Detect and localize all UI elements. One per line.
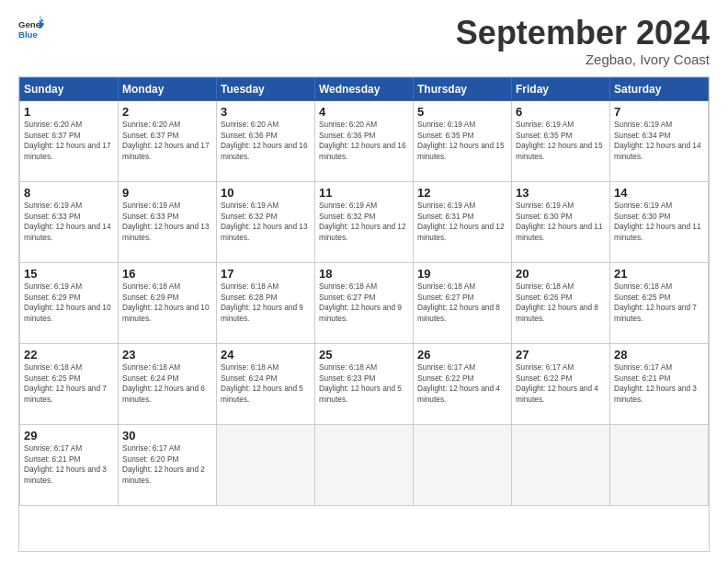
day-number: 11 [319, 186, 409, 200]
day-info: Sunrise: 6:19 AMSunset: 6:30 PMDaylight:… [516, 201, 606, 243]
day-number: 21 [614, 267, 704, 281]
day-info: Sunrise: 6:19 AMSunset: 6:35 PMDaylight:… [417, 120, 507, 162]
day-number: 9 [122, 186, 212, 200]
day-number: 8 [24, 186, 114, 200]
svg-text:Blue: Blue [18, 29, 38, 40]
calendar-cell: 20Sunrise: 6:18 AMSunset: 6:26 PMDayligh… [512, 263, 610, 344]
day-number: 30 [122, 429, 212, 442]
calendar-cell: 19Sunrise: 6:18 AMSunset: 6:27 PMDayligh… [414, 263, 512, 344]
header-wednesday: Wednesday [315, 78, 414, 101]
logo: General Blue [18, 17, 44, 42]
day-info: Sunrise: 6:17 AMSunset: 6:22 PMDaylight:… [417, 362, 507, 405]
day-number: 25 [319, 348, 409, 362]
calendar-cell: 5Sunrise: 6:19 AMSunset: 6:35 PMDaylight… [414, 101, 512, 182]
calendar-cell: 14Sunrise: 6:19 AMSunset: 6:30 PMDayligh… [610, 182, 709, 263]
day-info: Sunrise: 6:19 AMSunset: 6:32 PMDaylight:… [221, 201, 311, 243]
calendar-cell: 7Sunrise: 6:19 AMSunset: 6:34 PMDaylight… [610, 101, 709, 182]
day-info: Sunrise: 6:19 AMSunset: 6:33 PMDaylight:… [122, 201, 212, 243]
calendar-cell: 3Sunrise: 6:20 AMSunset: 6:36 PMDaylight… [217, 101, 315, 182]
day-number: 16 [122, 267, 212, 281]
calendar-header-row: Sunday Monday Tuesday Wednesday Thursday… [20, 78, 709, 101]
logo-icon: General Blue [18, 17, 44, 42]
day-info: Sunrise: 6:19 AMSunset: 6:30 PMDaylight:… [614, 201, 704, 243]
calendar-cell: 25Sunrise: 6:18 AMSunset: 6:23 PMDayligh… [315, 344, 414, 425]
header-sunday: Sunday [20, 78, 119, 101]
calendar-cell [315, 425, 414, 506]
day-info: Sunrise: 6:19 AMSunset: 6:31 PMDaylight:… [417, 201, 507, 243]
calendar-cell: 6Sunrise: 6:19 AMSunset: 6:35 PMDaylight… [512, 101, 610, 182]
day-info: Sunrise: 6:18 AMSunset: 6:26 PMDaylight:… [516, 282, 606, 324]
day-info: Sunrise: 6:19 AMSunset: 6:32 PMDaylight:… [319, 201, 409, 243]
calendar-cell: 2Sunrise: 6:20 AMSunset: 6:37 PMDaylight… [119, 101, 217, 182]
calendar-cell: 26Sunrise: 6:17 AMSunset: 6:22 PMDayligh… [414, 344, 512, 425]
day-info: Sunrise: 6:20 AMSunset: 6:37 PMDaylight:… [24, 120, 114, 162]
day-info: Sunrise: 6:20 AMSunset: 6:37 PMDaylight:… [122, 120, 212, 162]
calendar-cell [414, 425, 512, 506]
day-number: 3 [221, 105, 311, 119]
day-info: Sunrise: 6:18 AMSunset: 6:28 PMDaylight:… [221, 282, 311, 324]
calendar-cell [512, 425, 610, 506]
calendar-cell: 4Sunrise: 6:20 AMSunset: 6:36 PMDaylight… [315, 101, 414, 182]
calendar-cell: 30Sunrise: 6:17 AMSunset: 6:20 PMDayligh… [119, 425, 217, 506]
day-number: 14 [614, 186, 704, 200]
calendar-cell: 12Sunrise: 6:19 AMSunset: 6:31 PMDayligh… [414, 182, 512, 263]
day-number: 12 [417, 186, 507, 200]
calendar-cell: 15Sunrise: 6:19 AMSunset: 6:29 PMDayligh… [20, 263, 119, 344]
day-number: 28 [614, 348, 704, 362]
day-info: Sunrise: 6:17 AMSunset: 6:22 PMDaylight:… [516, 362, 606, 405]
day-info: Sunrise: 6:18 AMSunset: 6:27 PMDaylight:… [417, 282, 507, 324]
calendar-cell: 28Sunrise: 6:17 AMSunset: 6:21 PMDayligh… [610, 344, 709, 425]
calendar-cell: 18Sunrise: 6:18 AMSunset: 6:27 PMDayligh… [315, 263, 414, 344]
day-info: Sunrise: 6:19 AMSunset: 6:34 PMDaylight:… [614, 120, 704, 162]
calendar-cell: 27Sunrise: 6:17 AMSunset: 6:22 PMDayligh… [512, 344, 610, 425]
day-number: 7 [614, 105, 704, 119]
day-info: Sunrise: 6:20 AMSunset: 6:36 PMDaylight:… [319, 120, 409, 162]
day-number: 10 [221, 186, 311, 200]
page: General Blue September 2024 Zegbao, Ivor… [0, 0, 728, 563]
calendar-cell: 8Sunrise: 6:19 AMSunset: 6:33 PMDaylight… [20, 182, 119, 263]
day-info: Sunrise: 6:18 AMSunset: 6:25 PMDaylight:… [614, 282, 704, 324]
day-number: 17 [221, 267, 311, 281]
calendar-cell: 11Sunrise: 6:19 AMSunset: 6:32 PMDayligh… [315, 182, 414, 263]
day-info: Sunrise: 6:18 AMSunset: 6:24 PMDaylight:… [122, 362, 212, 405]
calendar-cell: 29Sunrise: 6:17 AMSunset: 6:21 PMDayligh… [20, 425, 119, 506]
day-info: Sunrise: 6:17 AMSunset: 6:21 PMDaylight:… [24, 443, 114, 486]
day-number: 5 [417, 105, 507, 119]
calendar-cell: 24Sunrise: 6:18 AMSunset: 6:24 PMDayligh… [217, 344, 315, 425]
day-info: Sunrise: 6:20 AMSunset: 6:36 PMDaylight:… [221, 120, 311, 162]
location-title: Zegbao, Ivory Coast [456, 52, 710, 67]
day-info: Sunrise: 6:18 AMSunset: 6:24 PMDaylight:… [221, 362, 311, 405]
day-number: 26 [417, 348, 507, 362]
header-saturday: Saturday [610, 78, 709, 101]
calendar-cell: 22Sunrise: 6:18 AMSunset: 6:25 PMDayligh… [20, 344, 119, 425]
day-info: Sunrise: 6:18 AMSunset: 6:25 PMDaylight:… [24, 362, 114, 405]
day-info: Sunrise: 6:19 AMSunset: 6:35 PMDaylight:… [516, 120, 606, 162]
calendar-cell: 9Sunrise: 6:19 AMSunset: 6:33 PMDaylight… [119, 182, 217, 263]
day-number: 6 [516, 105, 606, 119]
header-thursday: Thursday [414, 78, 512, 101]
day-number: 1 [24, 105, 114, 119]
calendar-cell [217, 425, 315, 506]
calendar-cell: 13Sunrise: 6:19 AMSunset: 6:30 PMDayligh… [512, 182, 610, 263]
day-number: 27 [516, 348, 606, 362]
day-number: 22 [24, 348, 114, 362]
day-number: 15 [24, 267, 114, 281]
calendar-cell: 16Sunrise: 6:18 AMSunset: 6:29 PMDayligh… [119, 263, 217, 344]
calendar-cell: 21Sunrise: 6:18 AMSunset: 6:25 PMDayligh… [610, 263, 709, 344]
day-info: Sunrise: 6:18 AMSunset: 6:29 PMDaylight:… [122, 282, 212, 324]
day-number: 24 [221, 348, 311, 362]
calendar-cell: 10Sunrise: 6:19 AMSunset: 6:32 PMDayligh… [217, 182, 315, 263]
header-friday: Friday [512, 78, 610, 101]
day-info: Sunrise: 6:18 AMSunset: 6:27 PMDaylight:… [319, 282, 409, 324]
day-number: 19 [417, 267, 507, 281]
day-number: 4 [319, 105, 409, 119]
calendar-cell [610, 425, 709, 506]
day-number: 29 [24, 429, 114, 442]
month-title: September 2024 [456, 17, 710, 50]
day-info: Sunrise: 6:19 AMSunset: 6:29 PMDaylight:… [24, 282, 114, 324]
header: General Blue September 2024 Zegbao, Ivor… [18, 17, 710, 67]
day-info: Sunrise: 6:18 AMSunset: 6:23 PMDaylight:… [319, 362, 409, 405]
calendar: Sunday Monday Tuesday Wednesday Thursday… [18, 76, 710, 552]
calendar-cell: 17Sunrise: 6:18 AMSunset: 6:28 PMDayligh… [217, 263, 315, 344]
day-info: Sunrise: 6:17 AMSunset: 6:20 PMDaylight:… [122, 443, 212, 486]
